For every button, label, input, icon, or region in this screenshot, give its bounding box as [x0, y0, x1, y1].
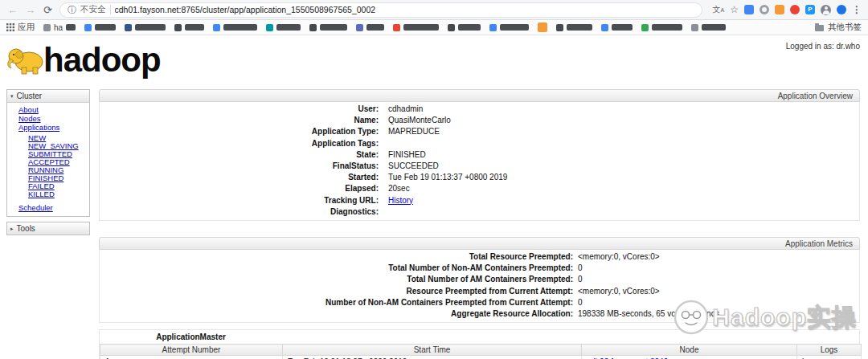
tracking-url-history-link[interactable]: History	[388, 196, 413, 205]
overview-row: State:FINISHED	[100, 149, 859, 161]
field-value: Tue Feb 19 01:13:37 +0800 2019	[379, 172, 859, 183]
field-label: Total Number of AM Containers Preempted:	[100, 274, 573, 285]
field-value: 198338 MB-seconds, 65 vcore-seconds	[573, 308, 859, 320]
cluster-menu-links: About Nodes Applications NEW NEW_SAVING …	[7, 103, 89, 216]
redacted-bookmark-label	[458, 24, 481, 31]
application-overview-rows: User:cdhadmin Name:QuasiMonteCarlo Appli…	[99, 102, 860, 221]
sidebar-item-state-killed[interactable]: KILLED	[7, 190, 89, 198]
col-start-time[interactable]: Start Time	[283, 345, 582, 356]
logs-cell: logs	[797, 356, 862, 359]
bookmark-item[interactable]	[489, 24, 529, 31]
redacted-bookmark-label	[66, 24, 76, 31]
sidebar-item-nodes[interactable]: Nodes	[7, 114, 89, 123]
application-master-title-row: ApplicationMaster	[100, 330, 859, 344]
bookmark-item[interactable]	[213, 24, 257, 31]
bookmark-item[interactable]	[266, 24, 301, 31]
application-master-title: ApplicationMaster	[100, 330, 282, 344]
metrics-row: Total Number of AM Containers Preempted:…	[100, 274, 859, 285]
tools-menu-header[interactable]: ▸ Tools	[7, 222, 89, 235]
bookmark-star-icon[interactable]: ☆	[730, 4, 739, 15]
field-value: 0	[573, 263, 859, 274]
col-logs[interactable]: Logs	[797, 345, 862, 356]
bookmarks-bar: 应用 ha 其他书签	[0, 20, 868, 35]
site-info-icon[interactable]: ⓘ	[68, 4, 76, 16]
application-metrics-section: Application Metrics Total Resource Preem…	[99, 237, 860, 323]
extension-icon[interactable]	[744, 5, 754, 14]
sidebar-item-applications[interactable]: Applications	[7, 123, 89, 132]
application-metrics-title: Application Metrics	[99, 237, 860, 250]
tools-menu: ▸ Tools	[6, 222, 90, 235]
redacted-bookmark-label	[276, 24, 301, 31]
node-cell: cdh03.fayson.net:8042	[582, 356, 797, 359]
field-label: Application Tags:	[100, 138, 379, 149]
other-bookmarks[interactable]: 其他书签	[815, 22, 862, 33]
field-label: Tracking URL:	[100, 195, 379, 206]
tools-menu-title: Tools	[17, 224, 35, 233]
bookmark-label: ha	[54, 23, 63, 32]
address-bar[interactable]: ⓘ 不安全 cdh01.fayson.net:8765/cluster/app/…	[59, 2, 702, 18]
favicon	[691, 24, 698, 31]
security-label[interactable]: 不安全	[80, 4, 106, 15]
table-header-row: Attempt Number Start Time Node Logs	[100, 345, 862, 356]
favicon	[356, 24, 363, 31]
extension-icon[interactable]	[775, 5, 784, 14]
bookmark-item[interactable]	[393, 24, 439, 31]
url-text[interactable]: cdh01.fayson.net:8765/cluster/app/applic…	[115, 5, 376, 14]
col-attempt-number[interactable]: Attempt Number	[100, 345, 283, 356]
col-node[interactable]: Node	[582, 345, 797, 356]
field-label: FinalStatus:	[100, 161, 379, 172]
extension-icon[interactable]	[760, 5, 769, 14]
bookmark-item[interactable]	[356, 24, 384, 31]
favicon	[213, 24, 220, 31]
bookmark-item[interactable]	[556, 24, 592, 31]
redacted-bookmark-label	[223, 24, 257, 31]
favicon	[174, 24, 182, 31]
bookmark-item[interactable]	[691, 24, 726, 31]
overview-row: Diagnostics:	[100, 206, 859, 218]
browser-menu-icon[interactable]: ⋮	[852, 4, 862, 15]
field-label: Resource Preempted from Current Attempt:	[100, 286, 573, 297]
field-value: cdhadmin	[379, 104, 859, 115]
bookmark-item[interactable]	[174, 24, 204, 31]
sidebar-item-scheduler[interactable]: Scheduler	[7, 203, 89, 212]
favicon	[84, 24, 92, 31]
bookmark-item[interactable]	[448, 24, 481, 31]
favicon	[448, 24, 455, 31]
field-label: Diagnostics:	[100, 206, 379, 218]
translate-icon[interactable]: 文A	[713, 4, 725, 15]
table-row: 1 Tue Feb 19 01:13:37 +0800 2019 cdh03.f…	[100, 356, 862, 359]
redacted-bookmark-label	[135, 24, 166, 31]
field-value: FINISHED	[379, 149, 859, 161]
bookmark-item[interactable]: ha	[43, 23, 76, 32]
back-icon[interactable]: ←	[6, 4, 18, 16]
bookmark-item[interactable]	[538, 22, 547, 32]
favicon	[641, 24, 649, 31]
forward-icon[interactable]: →	[24, 4, 36, 16]
profile-icon[interactable]	[821, 5, 831, 15]
main-content: Application Overview User:cdhadmin Name:…	[99, 89, 860, 359]
sidebar-item-about[interactable]: About	[7, 105, 89, 114]
metrics-row: Aggregate Resource Allocation:198338 MB-…	[100, 308, 859, 320]
browser-actions: 文A ☆ P ⋮	[713, 4, 862, 15]
refresh-icon[interactable]: ⟳	[42, 4, 54, 16]
field-value: 0	[573, 297, 859, 308]
application-metrics-rows: Total Resource Preempted:<memory:0, vCor…	[99, 250, 860, 323]
account-icon[interactable]	[837, 5, 846, 14]
favicon	[489, 24, 497, 31]
bookmark-item[interactable]	[601, 24, 633, 31]
metrics-row: Total Number of Non-AM Containers Preemp…	[100, 263, 859, 274]
bookmark-item[interactable]	[309, 24, 347, 31]
redacted-bookmark-label	[366, 24, 384, 31]
cluster-menu-header[interactable]: ▾ Cluster	[7, 90, 89, 103]
omnibox-divider	[110, 5, 111, 14]
field-label: Elapsed:	[100, 183, 379, 194]
bookmark-item[interactable]	[641, 24, 682, 31]
bookmark-item[interactable]	[125, 24, 166, 31]
extension-icon[interactable]	[790, 5, 800, 14]
pocket-extension-icon[interactable]: P	[805, 5, 815, 14]
sidebar-nav: ▾ Cluster About Nodes Applications NEW N…	[6, 89, 90, 240]
overview-row: User:cdhadmin	[100, 104, 859, 115]
apps-shortcut[interactable]: 应用	[6, 22, 35, 33]
bookmark-item[interactable]	[84, 24, 116, 31]
application-master-table: Attempt Number Start Time Node Logs 1 Tu…	[100, 344, 862, 359]
